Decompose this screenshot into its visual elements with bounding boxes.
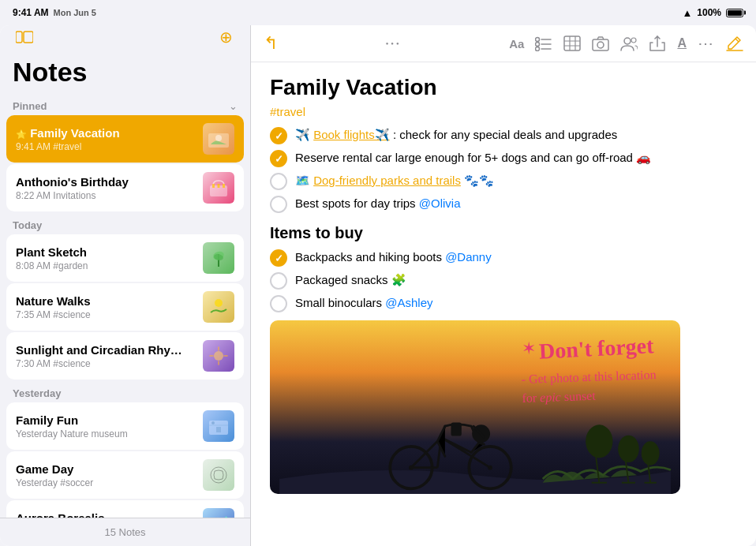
note-item-plant-sketch[interactable]: Plant Sketch 8:08 AM #garden [6,234,244,282]
checklist-button[interactable] [535,36,552,51]
compose-button[interactable] [726,36,743,51]
svg-rect-0 [16,32,22,43]
note-thumb-plant-sketch [203,242,234,274]
sidebar-toolbar: ⊕ [0,25,250,54]
buy-check-1[interactable] [270,249,287,267]
note-item-family-fun[interactable]: Family Fun Yesterday Nature museum [6,402,244,450]
note-title-anthonios-birthday: Anthonio's Birthday [16,175,195,189]
buy-text-1: Backpacks and hiking boots @Danny [295,249,492,265]
more-options-button[interactable]: ⊕ [214,25,238,49]
dog-parks-link[interactable]: Dog-friendly parks and trails [313,174,461,187]
checklist-text-2: Reserve rental car large enough for 5+ d… [295,149,651,166]
note-thumb-anthonios-birthday [203,172,234,204]
book-flights-link[interactable]: Book flights✈️ [313,128,390,141]
status-date: Mon Jun 5 [54,8,96,17]
check-circle-1[interactable] [270,127,287,144]
checklist-item-3: 🗺️ Dog-friendly parks and trails 🐾🐾 [270,172,737,190]
svg-point-18 [536,43,540,47]
camera-button[interactable] [592,36,609,51]
checklist-item-2: Reserve rental car large enough for 5+ d… [270,149,737,167]
svg-point-41 [618,436,639,462]
note-item-family-vacation[interactable]: ⭐ Family Vacation 9:41 AM #travel [6,115,244,163]
note-thumb-aurora-borealis [203,508,234,518]
note-thumb-sunlight-circadian [203,340,234,372]
markup-button[interactable]: A [677,36,687,50]
note-item-content: Anthonio's Birthday 8:22 AM Invitations [16,175,195,201]
note-item-content: Plant Sketch 8:08 AM #garden [16,245,195,271]
notes-title: Notes [0,54,250,94]
svg-point-16 [536,38,540,42]
svg-point-30 [631,38,636,43]
pinned-section-header: Pinned ⌄ [6,94,244,115]
checklist-text-4: Best spots for day trips @Olivia [295,195,460,211]
svg-point-29 [624,38,631,44]
battery-percent: 100% [697,7,721,18]
note-title-plant-sketch: Plant Sketch [16,245,195,259]
svg-rect-6 [218,184,220,188]
svg-rect-22 [564,36,580,50]
svg-rect-39 [451,422,461,436]
handwrite-star-icon: ✶ [522,338,536,359]
svg-point-10 [215,299,223,307]
table-button[interactable] [563,36,581,51]
svg-point-40 [586,424,612,458]
font-format-button[interactable]: Aa [509,37,524,50]
share-button[interactable] [649,36,666,51]
status-bar-left: 9:41 AM Mon Jun 5 [13,7,96,18]
buy-item-1: Backpacks and hiking boots @Danny [270,249,737,267]
wifi-icon: ▲ [682,7,692,19]
note-meta-sunlight-circadian: 7:30 AM #science [16,358,195,369]
today-section-header: Today [6,213,244,234]
note-thumb-game-day [203,459,234,491]
svg-line-32 [735,39,739,42]
flight-text: : check for any special deals and upgrad… [390,128,618,141]
more-button[interactable]: ⋯ [698,34,715,53]
mention-ashley: @Ashley [385,296,432,309]
pinned-label: Pinned [13,100,47,112]
today-label: Today [13,219,42,231]
buy-check-2[interactable] [270,272,287,290]
note-meta-anthonios-birthday: 8:22 AM Invitations [16,190,195,201]
buy-item-2: Packaged snacks 🧩 [270,271,737,290]
status-bar-right: ▲ 100% [682,7,743,19]
note-thumb-family-fun [203,410,234,442]
items-to-buy-heading: Items to buy [270,224,737,242]
buy-text-2: Packaged snacks 🧩 [295,271,406,288]
status-bar: 9:41 AM Mon Jun 5 ▲ 100% [0,0,756,25]
note-title-family-vacation: ⭐ Family Vacation [16,126,195,140]
sidebar-footer: 15 Notes [0,518,250,546]
sidebar-toggle-button[interactable] [13,25,36,49]
handwrite-dont-forget: Don't forget [538,333,654,365]
note-item-game-day[interactable]: Game Day Yesterday #soccer [6,451,244,499]
note-title-sunlight-circadian: Sunlight and Circadian Rhy… [16,343,195,357]
buy-check-3[interactable] [270,295,287,312]
notes-count: 15 Notes [104,526,145,538]
svg-point-20 [536,47,540,51]
collaborate-button[interactable] [620,36,638,51]
app-container: ⊕ Notes Pinned ⌄ ⭐ Family Vacation 9:41 … [0,25,756,546]
note-thumb-family-vacation [203,123,234,155]
checklist-item-4: Best spots for day trips @Olivia [270,195,737,213]
note-item-aurora-borealis[interactable]: Aurora Borealis Yesterday Collisions wit… [6,500,244,518]
yesterday-label: Yesterday [13,387,61,399]
toolbar-center: ●●● [386,41,402,46]
check-circle-2[interactable] [270,150,287,167]
back-button[interactable]: ↰ [264,33,278,54]
note-item-anthonios-birthday[interactable]: Anthonio's Birthday 8:22 AM Invitations [6,164,244,211]
note-item-content: Sunlight and Circadian Rhy… 7:30 AM #sci… [16,343,195,369]
check-circle-3[interactable] [270,173,287,190]
note-meta-nature-walks: 7:35 AM #science [16,309,195,320]
svg-rect-14 [216,427,221,432]
note-item-sunlight-circadian[interactable]: Sunlight and Circadian Rhy… 7:30 AM #sci… [6,332,244,380]
pinned-chevron[interactable]: ⌄ [229,100,238,112]
note-item-nature-walks[interactable]: Nature Walks 7:35 AM #science [6,283,244,331]
note-thumb-nature-walks [203,291,234,323]
note-meta-family-vacation: 9:41 AM #travel [16,141,195,152]
svg-rect-27 [593,39,608,50]
check-circle-4[interactable] [270,196,287,213]
note-editor[interactable]: Family Vacation #travel ✈️ Book flights✈… [251,62,756,546]
note-main-title: Family Vacation [270,75,737,100]
note-item-content: Game Day Yesterday #soccer [16,462,195,488]
yesterday-section-header: Yesterday [6,381,244,402]
note-title-game-day: Game Day [16,462,195,476]
